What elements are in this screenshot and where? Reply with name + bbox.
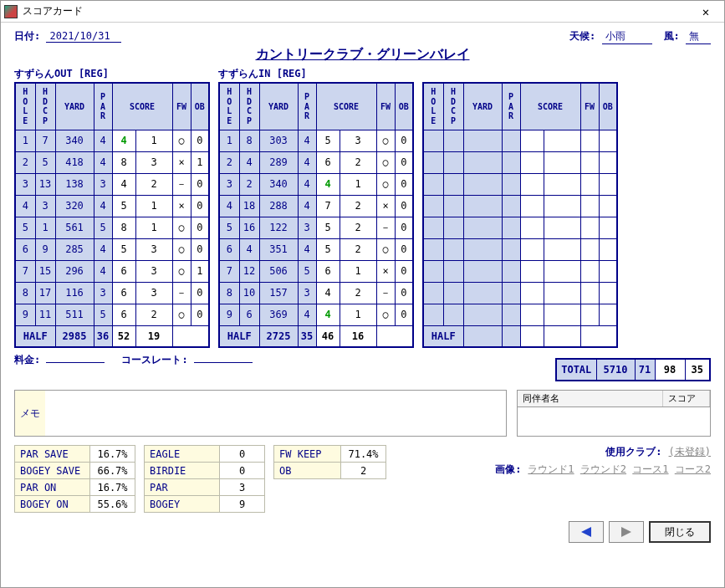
col-header-par: P A R xyxy=(94,83,112,130)
stat-row: PAR SAVE16.7% xyxy=(15,446,135,463)
companion-name-header: 同伴者名 xyxy=(518,391,663,406)
score-row[interactable]: 51561581○0 xyxy=(15,217,209,238)
stats-table-1: PAR SAVE16.7%BOGEY SAVE66.7%PAR ON16.7%B… xyxy=(14,445,135,513)
image-link[interactable]: ラウンド1 xyxy=(528,463,574,475)
window-close-button[interactable]: ✕ xyxy=(691,3,721,21)
score-row[interactable]: 418288472×0 xyxy=(219,195,413,217)
col-header-fw: FW xyxy=(172,83,191,130)
courserate-field: コースレート: xyxy=(121,353,252,367)
clubs-and-images: 使用クラブ: (未登録) 画像: ラウンド1 ラウンド2 コース1 コース2 xyxy=(395,445,711,477)
images-label: 画像: xyxy=(495,463,521,477)
used-clubs-label: 使用クラブ: xyxy=(605,445,661,459)
courserate-value[interactable] xyxy=(194,362,253,363)
half-row: HALF2985365219 xyxy=(15,325,209,347)
wind-value[interactable]: 無 xyxy=(686,29,711,44)
memo-label: メモ xyxy=(15,391,45,436)
score-row[interactable]: 313138342－0 xyxy=(15,173,209,195)
col-header-hdcp: H D C P xyxy=(443,83,463,130)
score-row[interactable]: 817116363－0 xyxy=(15,282,209,304)
stat-row: OB2 xyxy=(274,463,386,479)
score-row[interactable] xyxy=(423,282,617,304)
score-row[interactable]: 17340441○0 xyxy=(15,130,209,151)
fee-field: 料金: xyxy=(14,353,105,367)
stat-row: BIRDIE0 xyxy=(145,463,265,479)
stats-row: PAR SAVE16.7%BOGEY SAVE66.7%PAR ON16.7%B… xyxy=(14,445,711,513)
score-row[interactable]: 712506561×0 xyxy=(219,260,413,282)
memo-row: メモ 同伴者名 スコア xyxy=(14,390,711,437)
score-row[interactable]: 24289462○0 xyxy=(219,151,413,173)
scorecard-0: すずらんOUT [REG]H O L EH D C PYARDP A RSCOR… xyxy=(14,67,210,348)
close-button[interactable]: 閉じる xyxy=(649,521,711,543)
wind-field: 風: 無 xyxy=(664,29,711,44)
score-row[interactable]: 715296463○1 xyxy=(15,260,209,282)
stats-table-3: FW KEEP71.4%OB2 xyxy=(273,445,386,479)
course-title: カントリークラブ・グリーンバレイ xyxy=(14,46,711,64)
memo-textarea[interactable] xyxy=(45,391,506,436)
score-row[interactable] xyxy=(423,130,617,151)
col-header-ob: OB xyxy=(599,83,617,130)
weather-label: 天候: xyxy=(569,30,595,42)
companion-score-header: スコア xyxy=(663,391,710,406)
score-row[interactable]: 25418483×1 xyxy=(15,151,209,173)
stat-row: BOGEY SAVE66.7% xyxy=(15,463,135,479)
used-clubs-link[interactable]: (未登録) xyxy=(669,445,711,459)
col-header-par: P A R xyxy=(502,83,520,130)
total-row: TOTAL5710719835 xyxy=(556,359,710,381)
col-header-yard: YARD xyxy=(259,83,298,130)
companion-table[interactable]: 同伴者名 スコア xyxy=(517,390,711,437)
score-row[interactable]: 64351452○0 xyxy=(219,238,413,260)
score-row[interactable]: 69285453○0 xyxy=(15,238,209,260)
scorecard-1: すずらんIN [REG]H O L EH D C PYARDP A RSCORE… xyxy=(218,67,414,348)
score-row[interactable] xyxy=(423,238,617,260)
score-row[interactable] xyxy=(423,173,617,195)
scorecard-label: すずらんIN [REG] xyxy=(218,67,414,80)
wind-label: 風: xyxy=(664,30,680,42)
scorecard-2: H O L EH D C PYARDP A RSCOREFWOBHALF xyxy=(422,67,618,348)
score-row[interactable]: 911511562○0 xyxy=(15,304,209,325)
score-row[interactable] xyxy=(423,217,617,238)
scorecard-label xyxy=(422,67,618,80)
next-button[interactable] xyxy=(609,521,644,543)
total-summary: TOTAL5710719835 xyxy=(555,358,711,381)
image-link[interactable]: コース2 xyxy=(675,463,711,475)
col-header-hole: H O L E xyxy=(15,83,35,130)
half-row: HALF xyxy=(423,325,617,347)
score-row[interactable]: 32340441○0 xyxy=(219,173,413,195)
half-row: HALF2725354616 xyxy=(219,325,413,347)
score-row[interactable]: 96369441○0 xyxy=(219,304,413,325)
stat-row: BOGEY9 xyxy=(145,496,265,513)
image-link[interactable]: ラウンド2 xyxy=(580,463,626,475)
app-icon xyxy=(4,5,18,18)
score-row[interactable]: 516122352－0 xyxy=(219,217,413,238)
window-title: スコアカード xyxy=(23,4,691,18)
scorecards-row: すずらんOUT [REG]H O L EH D C PYARDP A RSCOR… xyxy=(14,67,711,348)
col-header-hdcp: H D C P xyxy=(35,83,55,130)
companion-header: 同伴者名 スコア xyxy=(518,391,710,407)
image-links: ラウンド1 ラウンド2 コース1 コース2 xyxy=(528,463,711,477)
col-header-score: SCORE xyxy=(520,83,580,130)
image-link[interactable]: コース1 xyxy=(632,463,668,475)
score-row[interactable] xyxy=(423,151,617,173)
weather-value[interactable]: 小雨 xyxy=(602,29,652,44)
prev-button[interactable] xyxy=(569,521,604,543)
col-header-fw: FW xyxy=(580,83,599,130)
col-header-yard: YARD xyxy=(55,83,94,130)
score-row[interactable] xyxy=(423,260,617,282)
date-value[interactable]: 2021/10/31 xyxy=(46,30,121,43)
fee-value[interactable] xyxy=(46,362,105,363)
score-row[interactable] xyxy=(423,304,617,325)
stat-row: FW KEEP71.4% xyxy=(274,446,386,463)
date-field: 日付: 2021/10/31 xyxy=(14,29,121,43)
courserate-label: コースレート: xyxy=(121,354,187,366)
below-cards-row: 料金: コースレート: TOTAL5710719835 xyxy=(14,353,711,381)
score-row[interactable] xyxy=(423,195,617,217)
content-area: 日付: 2021/10/31 天候: 小雨 風: 無 カントリークラブ・グリーン… xyxy=(1,23,724,587)
col-header-score: SCORE xyxy=(112,83,172,130)
scorecard-label: すずらんOUT [REG] xyxy=(14,67,210,80)
score-row[interactable]: 18303453○0 xyxy=(219,130,413,151)
stats-table-2: EAGLE0BIRDIE0PAR3BOGEY9 xyxy=(144,445,265,513)
score-row[interactable]: 810157342－0 xyxy=(219,282,413,304)
stat-row: PAR ON16.7% xyxy=(15,479,135,496)
header-row: 日付: 2021/10/31 天候: 小雨 風: 無 xyxy=(14,29,711,44)
score-row[interactable]: 43320451×0 xyxy=(15,195,209,217)
